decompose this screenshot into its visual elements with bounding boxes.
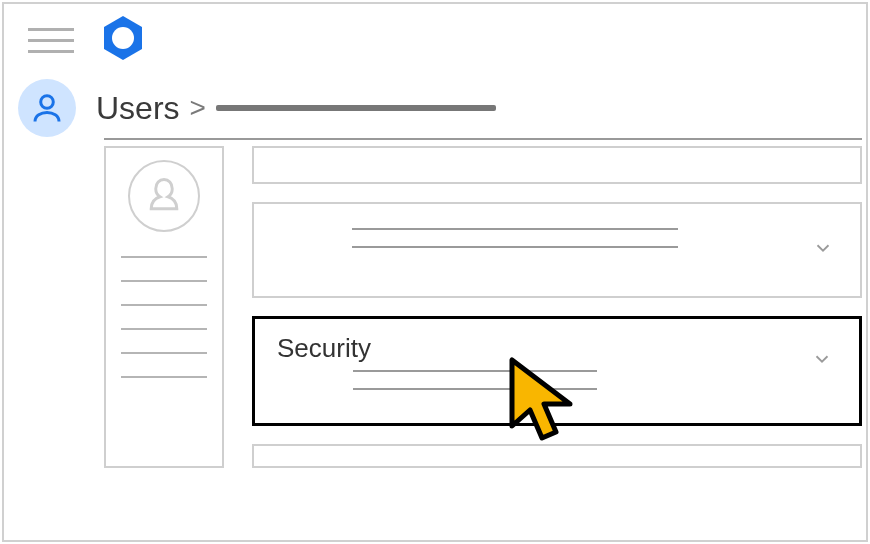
svg-point-1 <box>112 27 134 49</box>
user-sidebar <box>104 146 224 468</box>
placeholder-line <box>353 388 597 390</box>
breadcrumb: Users > <box>4 76 866 140</box>
sidebar-item[interactable] <box>121 280 207 282</box>
chevron-down-icon[interactable] <box>811 348 833 374</box>
sidebar-item[interactable] <box>121 352 207 354</box>
sidebar-item[interactable] <box>121 328 207 330</box>
sidebar-item[interactable] <box>121 304 207 306</box>
chevron-down-icon[interactable] <box>812 237 834 263</box>
svg-point-2 <box>41 96 54 109</box>
placeholder-line <box>352 246 678 248</box>
top-bar <box>4 4 866 76</box>
breadcrumb-current-placeholder <box>216 105 496 111</box>
settings-card[interactable] <box>252 444 862 468</box>
settings-card-list: Security <box>252 146 866 468</box>
placeholder-line <box>353 370 597 372</box>
sidebar-item[interactable] <box>121 256 207 258</box>
sidebar-nav-list <box>121 256 207 378</box>
settings-card[interactable] <box>252 202 862 298</box>
gear-icon[interactable] <box>98 13 148 67</box>
placeholder-line <box>352 228 678 230</box>
breadcrumb-root[interactable]: Users <box>96 90 180 127</box>
card-title: Security <box>277 333 837 364</box>
settings-card[interactable] <box>252 146 862 184</box>
user-avatar-icon[interactable] <box>18 79 76 137</box>
breadcrumb-separator: > <box>190 92 206 124</box>
hamburger-icon[interactable] <box>28 28 74 53</box>
profile-silhouette-icon <box>128 160 200 232</box>
sidebar-item[interactable] <box>121 376 207 378</box>
security-card[interactable]: Security <box>252 316 862 426</box>
